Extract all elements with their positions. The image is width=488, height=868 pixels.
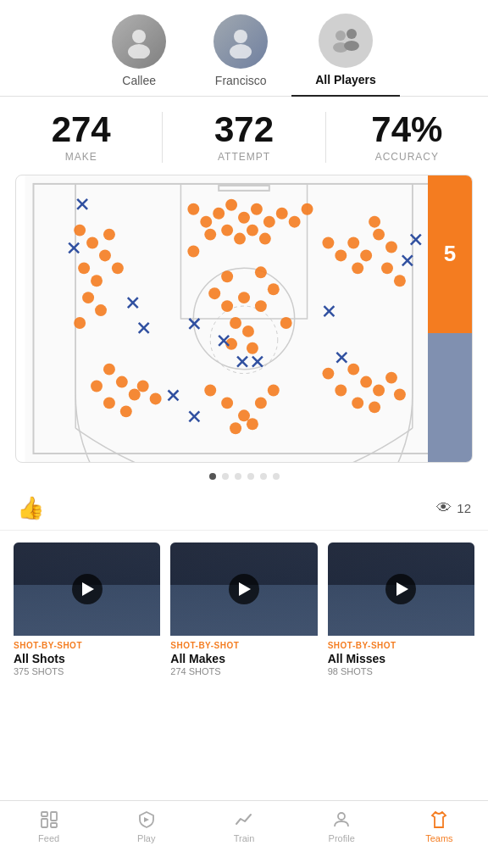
svg-point-59 (369, 216, 380, 228)
svg-point-3 (230, 44, 252, 58)
nav-label-play: Play (137, 833, 155, 843)
dot-2[interactable] (222, 473, 229, 480)
video-label-all-misses: SHOT-BY-SHOT All Misses 98 SHOTS (328, 636, 474, 678)
svg-point-82 (335, 385, 347, 397)
avatar-all-players (319, 14, 373, 68)
feed-icon (39, 810, 59, 830)
svg-point-85 (369, 401, 380, 413)
player-name-francisco: Francisco (215, 74, 267, 87)
view-count-container: 👁 12 (436, 499, 471, 517)
court-section: 5 (0, 175, 488, 463)
stat-attempt: 372 ATTEMPT (162, 112, 324, 163)
svg-point-38 (259, 233, 271, 245)
nav-label-feed: Feed (38, 833, 59, 843)
dot-5[interactable] (260, 473, 267, 480)
video-category-0: SHOT-BY-SHOT (14, 641, 160, 650)
svg-point-18 (78, 262, 90, 274)
nav-item-feed[interactable]: Feed (0, 810, 97, 843)
svg-point-21 (74, 225, 86, 236)
svg-point-54 (347, 237, 359, 249)
svg-point-7 (344, 41, 359, 51)
svg-point-86 (322, 368, 334, 380)
svg-point-60 (381, 262, 393, 274)
dot-1[interactable] (209, 473, 216, 480)
stat-accuracy-label: ACCURACY (375, 151, 439, 163)
svg-rect-119 (51, 823, 57, 827)
tab-francisco[interactable]: Francisco (190, 14, 291, 96)
video-shots-2: 98 SHOTS (328, 666, 474, 676)
play-triangle-3 (396, 582, 408, 596)
tab-all-players[interactable]: All Players (291, 14, 400, 97)
dot-4[interactable] (247, 473, 254, 480)
svg-point-78 (204, 385, 216, 397)
nav-label-teams: Teams (425, 833, 452, 843)
svg-point-16 (86, 237, 98, 249)
play-button-all-makes[interactable] (229, 574, 259, 604)
svg-point-56 (373, 229, 385, 241)
side-panel-number: 5 (444, 241, 456, 267)
svg-point-72 (221, 397, 233, 409)
svg-point-46 (242, 326, 254, 337)
svg-point-34 (204, 229, 216, 241)
avatar-francisco (214, 14, 268, 69)
player-name-all-players: All Players (315, 73, 376, 86)
stat-make-value: 274 (52, 112, 111, 147)
page-dots (0, 463, 488, 490)
profile-icon (331, 810, 352, 830)
play-triangle (82, 582, 94, 596)
tab-callee[interactable]: Callee (88, 14, 190, 96)
video-title-0: All Shots (14, 652, 160, 665)
stat-accuracy-value: 74% (371, 112, 442, 147)
svg-point-80 (360, 376, 372, 388)
nav-item-profile[interactable]: Profile (293, 810, 391, 843)
svg-point-17 (99, 249, 111, 261)
interaction-bar: 👍 👁 12 (0, 490, 488, 531)
svg-point-66 (91, 381, 103, 392)
like-button[interactable]: 👍 (17, 495, 44, 521)
svg-point-52 (208, 287, 220, 299)
court-wrapper[interactable]: 5 (15, 175, 473, 463)
court-side-panel2 (428, 333, 472, 462)
video-title-1: All Makes (170, 652, 317, 665)
dot-6[interactable] (273, 473, 280, 480)
svg-rect-118 (51, 812, 57, 821)
video-title-2: All Misses (328, 652, 474, 665)
svg-point-57 (385, 242, 397, 253)
teams-icon (429, 810, 449, 830)
svg-rect-117 (42, 819, 47, 827)
svg-point-31 (251, 203, 263, 215)
stats-bar: 274 MAKE 372 ATTEMPT 74% ACCURACY (0, 97, 488, 175)
bottom-nav: Feed Play Train Profile Teams (0, 800, 488, 868)
svg-point-4 (336, 31, 346, 41)
dot-3[interactable] (235, 473, 241, 480)
svg-point-64 (103, 364, 115, 376)
svg-point-29 (225, 199, 237, 211)
svg-point-53 (280, 317, 292, 329)
nav-label-train: Train (234, 833, 255, 843)
svg-point-33 (276, 208, 288, 220)
play-triangle-2 (239, 582, 251, 596)
svg-point-67 (129, 389, 141, 401)
train-icon (234, 810, 254, 830)
svg-point-81 (373, 385, 385, 397)
svg-point-63 (394, 275, 406, 287)
svg-point-73 (238, 409, 250, 421)
svg-point-83 (385, 372, 397, 384)
video-card-all-misses[interactable]: SHOT-BY-SHOT All Misses 98 SHOTS (328, 542, 474, 678)
video-thumb-all-misses (328, 542, 474, 636)
svg-point-0 (132, 30, 146, 43)
video-card-all-shots[interactable]: SHOT-BY-SHOT All Shots 375 SHOTS (14, 542, 160, 678)
nav-item-train[interactable]: Train (195, 810, 292, 843)
stat-make-label: MAKE (65, 151, 97, 163)
svg-point-37 (247, 225, 258, 236)
nav-item-teams[interactable]: Teams (391, 810, 488, 843)
nav-item-play[interactable]: Play (97, 810, 195, 843)
svg-point-2 (234, 30, 247, 43)
player-name-callee: Callee (122, 74, 156, 87)
video-thumb-all-makes (170, 542, 317, 636)
stat-accuracy: 74% ACCURACY (325, 112, 488, 163)
video-card-all-makes[interactable]: SHOT-BY-SHOT All Makes 274 SHOTS (170, 542, 317, 678)
svg-point-69 (120, 405, 132, 417)
svg-point-6 (347, 29, 357, 39)
play-button-all-shots[interactable] (72, 574, 103, 604)
